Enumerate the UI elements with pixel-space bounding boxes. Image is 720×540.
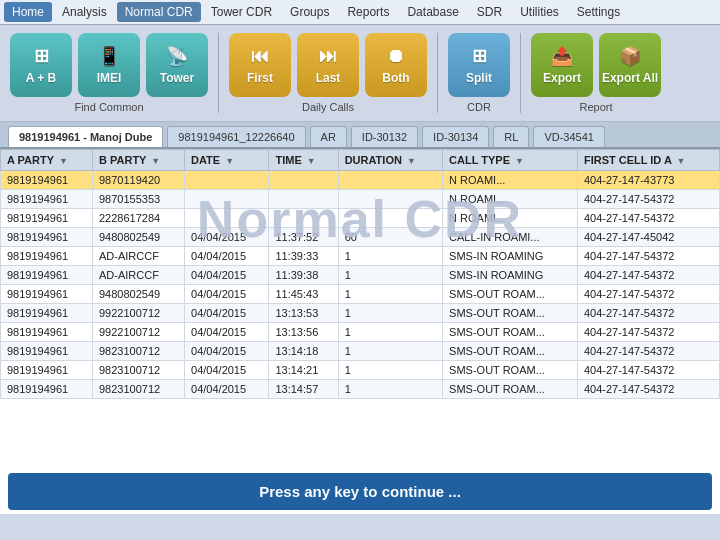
table-cell: 9819194961 (1, 266, 93, 285)
table-cell: 404-27-147-54372 (577, 285, 719, 304)
table-cell: 9819194961 (1, 323, 93, 342)
table-cell: 1 (338, 266, 442, 285)
tab-1[interactable]: 9819194961 - Manoj Dube (8, 126, 163, 147)
col-time[interactable]: TIME ▼ (269, 150, 338, 171)
col-date[interactable]: DATE ▼ (185, 150, 269, 171)
table-cell: 9480802549 (92, 228, 184, 247)
table-cell: 04/04/2015 (185, 304, 269, 323)
table-row: 9819194961AD-AIRCCF04/04/201511:39:381SM… (1, 266, 720, 285)
tab-3[interactable]: AR (310, 126, 347, 147)
daily-calls-buttons: ⏮ First ⏭ Last ⏺ Both (229, 33, 427, 97)
divider-1 (218, 33, 219, 113)
col-b-party[interactable]: B PARTY ▼ (92, 150, 184, 171)
split-button[interactable]: ⊞ Split (448, 33, 510, 97)
find-common-buttons: ⊞ A + B 📱 IMEI 📡 Tower (10, 33, 208, 97)
col-first-cell-id[interactable]: FIRST CELL ID A ▼ (577, 150, 719, 171)
table-cell: 404-27-147-43773 (577, 171, 719, 190)
tab-7[interactable]: VD-34541 (533, 126, 605, 147)
filter-call-type-icon[interactable]: ▼ (515, 156, 524, 166)
divider-2 (437, 33, 438, 113)
table-cell: 9823100712 (92, 361, 184, 380)
table-body: 98191949619870119420N ROAMI...404-27-147… (1, 171, 720, 399)
table-cell: 11:39:38 (269, 266, 338, 285)
first-icon: ⏮ (251, 46, 269, 67)
tower-button[interactable]: 📡 Tower (146, 33, 208, 97)
tab-2[interactable]: 9819194961_12226640 (167, 126, 305, 147)
menu-tower-cdr[interactable]: Tower CDR (203, 2, 280, 22)
table-row: 9819194961992210071204/04/201513:13:561S… (1, 323, 720, 342)
table-row: 9819194961AD-AIRCCF04/04/201511:39:331SM… (1, 247, 720, 266)
a-plus-b-icon: ⊞ (34, 45, 49, 67)
last-label: Last (316, 71, 341, 85)
table-cell: 9823100712 (92, 380, 184, 399)
table-cell: 04/04/2015 (185, 285, 269, 304)
table-cell: 9819194961 (1, 247, 93, 266)
table-scroll[interactable]: A PARTY ▼ B PARTY ▼ DATE ▼ TIME ▼ (0, 149, 720, 469)
tab-4[interactable]: ID-30132 (351, 126, 418, 147)
filter-b-party-icon[interactable]: ▼ (151, 156, 160, 166)
table-cell: AD-AIRCCF (92, 247, 184, 266)
export-button[interactable]: 📤 Export (531, 33, 593, 97)
filter-time-icon[interactable]: ▼ (307, 156, 316, 166)
table-cell (185, 171, 269, 190)
table-cell: 404-27-147-54372 (577, 190, 719, 209)
table-cell: CALL-IN ROAMI... (443, 228, 578, 247)
filter-first-cell-id-icon[interactable]: ▼ (677, 156, 686, 166)
menu-settings[interactable]: Settings (569, 2, 628, 22)
col-duration[interactable]: DURATION ▼ (338, 150, 442, 171)
table-cell: 04/04/2015 (185, 342, 269, 361)
table-cell: 13:14:21 (269, 361, 338, 380)
col-call-type-label: CALL TYPE (449, 154, 510, 166)
imei-button[interactable]: 📱 IMEI (78, 33, 140, 97)
table-cell: 1 (338, 323, 442, 342)
table-cell: 9819194961 (1, 209, 93, 228)
table-cell (338, 171, 442, 190)
table-row: 98191949619870155353N ROAMI...404-27-147… (1, 190, 720, 209)
table-cell: N ROAMI... (443, 209, 578, 228)
table-cell: SMS-OUT ROAM... (443, 304, 578, 323)
table-cell: 9480802549 (92, 285, 184, 304)
col-b-party-label: B PARTY (99, 154, 146, 166)
table-row: 9819194961948080254904/04/201511:37:5260… (1, 228, 720, 247)
filter-date-icon[interactable]: ▼ (225, 156, 234, 166)
tab-6[interactable]: RL (493, 126, 529, 147)
table-header-row: A PARTY ▼ B PARTY ▼ DATE ▼ TIME ▼ (1, 150, 720, 171)
export-all-button[interactable]: 📦 Export All (599, 33, 661, 97)
menu-reports[interactable]: Reports (339, 2, 397, 22)
table-cell: 9819194961 (1, 228, 93, 247)
menu-home[interactable]: Home (4, 2, 52, 22)
first-button[interactable]: ⏮ First (229, 33, 291, 97)
filter-duration-icon[interactable]: ▼ (407, 156, 416, 166)
imei-label: IMEI (97, 71, 122, 85)
table-cell: 9922100712 (92, 304, 184, 323)
report-label: Report (579, 101, 612, 113)
tower-label: Tower (160, 71, 194, 85)
filter-a-party-icon[interactable]: ▼ (59, 156, 68, 166)
menu-sdr[interactable]: SDR (469, 2, 510, 22)
a-plus-b-button[interactable]: ⊞ A + B (10, 33, 72, 97)
menu-groups[interactable]: Groups (282, 2, 337, 22)
table-cell: 404-27-147-54372 (577, 247, 719, 266)
cdr-label: CDR (467, 101, 491, 113)
table-cell (269, 190, 338, 209)
menu-utilities[interactable]: Utilities (512, 2, 567, 22)
table-cell: 9819194961 (1, 285, 93, 304)
tab-5[interactable]: ID-30134 (422, 126, 489, 147)
table-cell: 1 (338, 304, 442, 323)
col-date-label: DATE (191, 154, 220, 166)
menu-analysis[interactable]: Analysis (54, 2, 115, 22)
col-call-type[interactable]: CALL TYPE ▼ (443, 150, 578, 171)
table-cell: 9819194961 (1, 190, 93, 209)
col-a-party[interactable]: A PARTY ▼ (1, 150, 93, 171)
table-cell: 04/04/2015 (185, 228, 269, 247)
menu-database[interactable]: Database (399, 2, 466, 22)
table-row: 98191949619870119420N ROAMI...404-27-147… (1, 171, 720, 190)
table-cell: 13:14:57 (269, 380, 338, 399)
both-button[interactable]: ⏺ Both (365, 33, 427, 97)
press-key-banner[interactable]: Press any key to continue ... (8, 473, 712, 510)
last-button[interactable]: ⏭ Last (297, 33, 359, 97)
first-label: First (247, 71, 273, 85)
table-cell: SMS-IN ROAMING (443, 266, 578, 285)
menu-normal-cdr[interactable]: Normal CDR (117, 2, 201, 22)
tab-bar: 9819194961 - Manoj Dube 9819194961_12226… (0, 122, 720, 149)
